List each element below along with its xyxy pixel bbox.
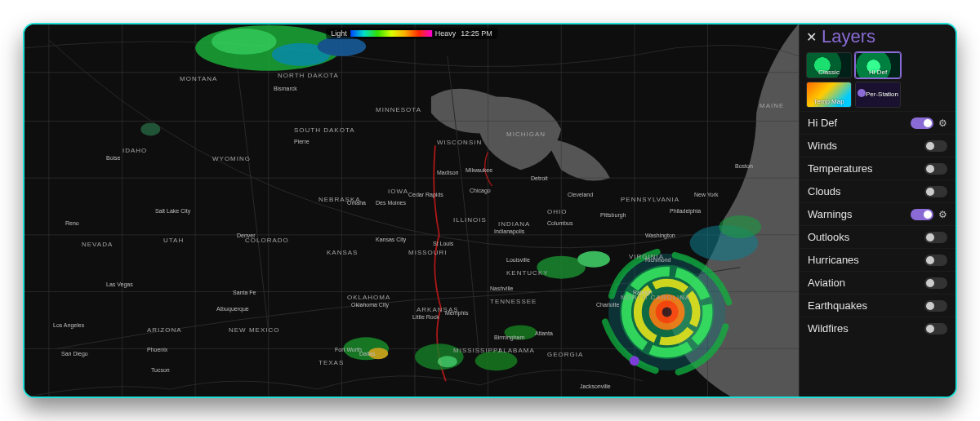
- layer-row-outlooks: Outlooks: [800, 225, 956, 248]
- layer-row-winds: Winds: [800, 134, 956, 157]
- radar-map[interactable]: MontanaNorth DakotaIdahoWyomingSouth Dak…: [24, 24, 799, 397]
- legend-light-label: Light: [331, 29, 347, 38]
- toggle-clouds[interactable]: [924, 186, 947, 197]
- toggle-aviation[interactable]: [924, 277, 947, 289]
- layer-row-temperatures: Temperatures: [800, 157, 956, 179]
- intensity-legend: Light Heavy 12:25 PM: [326, 28, 497, 39]
- toggle-temperatures[interactable]: [924, 163, 947, 175]
- layer-label: Earthquakes: [808, 299, 924, 312]
- legend-color-bar: [350, 30, 432, 37]
- toggle-knob: [926, 142, 934, 150]
- layer-row-aviation: Aviation: [800, 271, 956, 294]
- legend-heavy-label: Heavy: [435, 29, 457, 38]
- preset-thumbnail-grid: ClassicHi DefTemp MapPer-Station: [800, 49, 956, 111]
- layer-label: Outlooks: [808, 231, 924, 243]
- app-window: MontanaNorth DakotaIdahoWyomingSouth Dak…: [23, 23, 957, 398]
- svg-point-4: [317, 37, 366, 56]
- svg-point-21: [719, 215, 761, 238]
- svg-point-18: [662, 308, 672, 317]
- preset-label: Hi Def: [869, 69, 887, 76]
- svg-point-9: [438, 356, 457, 367]
- gear-icon[interactable]: ⚙: [938, 117, 947, 129]
- layer-label: Wildfires: [808, 322, 924, 335]
- layer-label: Temperatures: [808, 162, 924, 175]
- svg-point-13: [577, 251, 610, 268]
- toggle-knob: [926, 279, 934, 287]
- preset-label: Per-Station: [866, 91, 898, 98]
- layer-label: Winds: [808, 140, 924, 152]
- layers-panel: ✕ Layers ClassicHi DefTemp MapPer-Statio…: [799, 24, 956, 397]
- layer-row-wildfires: Wildfires: [800, 317, 956, 339]
- layer-label: Hi Def: [808, 117, 911, 129]
- map-svg: [24, 24, 799, 397]
- layer-row-hurricanes: Hurricanes: [800, 248, 956, 271]
- toggle-knob: [924, 119, 932, 127]
- svg-point-7: [368, 348, 388, 359]
- toggle-hurricanes[interactable]: [924, 255, 947, 266]
- layer-list: Hi Def⚙WindsTemperaturesCloudsWarnings⚙O…: [800, 111, 956, 397]
- toggle-knob: [924, 210, 932, 219]
- svg-point-11: [505, 325, 537, 339]
- toggle-winds[interactable]: [924, 140, 947, 152]
- preset-station[interactable]: Per-Station: [855, 82, 901, 108]
- layer-label: Warnings: [808, 208, 911, 220]
- svg-point-8: [415, 343, 464, 370]
- preset-label: Temp Map: [813, 98, 844, 105]
- svg-point-2: [212, 29, 277, 55]
- layer-row-earthquakes: Earthquakes: [800, 294, 956, 317]
- gear-icon[interactable]: ⚙: [938, 209, 947, 220]
- layer-label: Aviation: [808, 277, 924, 289]
- layers-title: Layers: [822, 26, 875, 47]
- preset-hidef[interactable]: Hi Def: [855, 52, 901, 78]
- close-icon[interactable]: ✕: [806, 29, 817, 45]
- svg-point-19: [630, 356, 639, 366]
- toggle-hidef[interactable]: [911, 117, 933, 129]
- toggle-knob: [926, 256, 934, 264]
- svg-point-5: [140, 122, 160, 135]
- preset-classic[interactable]: Classic: [806, 52, 852, 78]
- layer-row-clouds: Clouds: [800, 179, 956, 202]
- preset-temp[interactable]: Temp Map: [806, 82, 852, 108]
- toggle-knob: [926, 233, 934, 242]
- layer-label: Hurricanes: [808, 254, 924, 266]
- legend-time: 12:25 PM: [461, 29, 492, 38]
- toggle-outlooks[interactable]: [924, 232, 947, 243]
- station-icon: [858, 89, 866, 97]
- layer-label: Clouds: [808, 185, 924, 197]
- preset-label: Classic: [818, 69, 840, 76]
- toggle-knob: [926, 188, 934, 196]
- toggle-earthquakes[interactable]: [924, 300, 947, 312]
- toggle-knob: [926, 302, 934, 310]
- toggle-knob: [926, 165, 934, 173]
- layer-row-warnings: Warnings⚙: [800, 202, 956, 225]
- svg-point-10: [475, 351, 518, 370]
- toggle-wildfires[interactable]: [924, 323, 947, 335]
- layer-row-hidef: Hi Def⚙: [800, 111, 956, 134]
- toggle-knob: [926, 325, 934, 333]
- toggle-warnings[interactable]: [911, 209, 933, 220]
